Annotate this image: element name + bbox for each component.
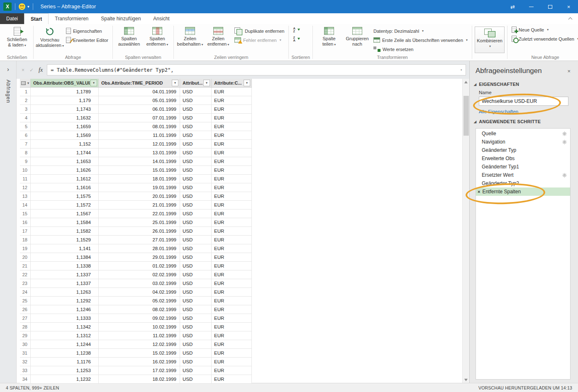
column-header[interactable]: Attribute:C...▾ [212, 79, 252, 88]
tab-file[interactable]: Datei [0, 13, 24, 24]
fx-icon[interactable]: fx [39, 67, 43, 73]
row-number[interactable]: 5 [20, 122, 31, 131]
row-number[interactable]: 15 [20, 209, 31, 218]
grid-cell[interactable]: USD [180, 305, 212, 314]
grid-cell[interactable]: USD [180, 88, 212, 96]
grid-cell[interactable]: 1,152 [31, 140, 99, 149]
remove-columns-button[interactable]: Spalten entfernen▾ [144, 25, 171, 54]
grid-cell[interactable]: USD [180, 114, 212, 122]
grid-cell[interactable]: 04.01.1999 [99, 88, 180, 96]
grid-cell[interactable]: 28.01.1999 [99, 244, 180, 253]
use-first-row-as-headers-button[interactable]: Erste Zeile als Überschriften verwenden … [372, 36, 469, 44]
row-number[interactable]: 3 [20, 105, 31, 114]
grid-cell[interactable]: EUR [212, 183, 252, 192]
properties-section-header[interactable]: ◢ EIGENSCHAFTEN [470, 78, 578, 88]
grid-cell[interactable]: EUR [212, 244, 252, 253]
row-number[interactable]: 21 [20, 262, 31, 270]
new-source-button[interactable]: Neue Quelle ▾ [510, 25, 550, 34]
split-column-button[interactable]: Spalte teilen▾ [315, 25, 343, 54]
grid-cell[interactable]: EUR [212, 218, 252, 227]
grid-cell[interactable]: 21.01.1999 [99, 201, 180, 209]
replace-values-button[interactable]: Werte ersetzen [372, 45, 469, 54]
grid-cell[interactable]: 25.01.1999 [99, 218, 180, 227]
row-number[interactable]: 29 [20, 331, 31, 340]
row-number[interactable]: 23 [20, 279, 31, 288]
grid-cell[interactable]: 06.01.1999 [99, 105, 180, 114]
grid-cell[interactable]: USD [180, 149, 212, 157]
group-by-button[interactable]: Gruppieren nach [344, 25, 371, 54]
grid-cell[interactable]: USD [180, 192, 212, 201]
grid-cell[interactable]: USD [180, 227, 212, 236]
grid-cell[interactable]: USD [180, 166, 212, 175]
column-header[interactable]: Attribut...▾ [180, 79, 212, 88]
sort-ascending-button[interactable]: AZ [291, 25, 301, 34]
row-number[interactable]: 8 [20, 149, 31, 157]
row-number[interactable]: 7 [20, 140, 31, 149]
row-number[interactable]: 16 [20, 218, 31, 227]
grid-cell[interactable]: EUR [212, 297, 252, 305]
grid-cell[interactable]: 1,1292 [31, 297, 99, 305]
grid-cell[interactable]: 01.02.1999 [99, 262, 180, 270]
grid-cell[interactable]: 14.01.1999 [99, 157, 180, 166]
grid-cell[interactable]: 15.02.1999 [99, 349, 180, 358]
row-number[interactable]: 4 [20, 114, 31, 122]
maximize-button[interactable] [541, 0, 559, 13]
grid-cell[interactable]: 1,1337 [31, 270, 99, 279]
filter-button[interactable]: ▾ [172, 80, 178, 86]
applied-step[interactable]: Geänderter Typ2 [476, 179, 570, 187]
grid-cell[interactable]: USD [180, 244, 212, 253]
remove-rows-button[interactable]: Zeilen entfernen▾ [205, 25, 232, 54]
data-type-button[interactable]: Datentyp: Dezimalzahl ▾ [372, 27, 469, 35]
grid-cell[interactable]: USD [180, 314, 212, 323]
filter-button[interactable]: ▾ [244, 80, 250, 86]
row-number[interactable]: 31 [20, 349, 31, 358]
grid-cell[interactable]: EUR [212, 236, 252, 244]
remove-duplicates-button[interactable]: Duplikate entfernen [233, 27, 286, 35]
grid-cell[interactable]: USD [180, 323, 212, 331]
row-number[interactable]: 6 [20, 131, 31, 140]
grid-cell[interactable]: 09.02.1999 [99, 314, 180, 323]
grid-cell[interactable]: EUR [212, 253, 252, 262]
grid-cell[interactable]: 18.01.1999 [99, 175, 180, 183]
grid-cell[interactable]: 1,1333 [31, 314, 99, 323]
grid-cell[interactable]: 05.01.1999 [99, 96, 180, 105]
grid-cell[interactable]: EUR [212, 122, 252, 131]
dock-toggle-button[interactable]: ⇄ [503, 0, 522, 13]
grid-cell[interactable]: EUR [212, 166, 252, 175]
grid-cell[interactable]: USD [180, 157, 212, 166]
grid-cell[interactable]: 1,1569 [31, 131, 99, 140]
select-all-corner-button[interactable]: ▾ [20, 79, 31, 88]
applied-step[interactable]: Erweiterte Obs [476, 154, 570, 163]
row-number[interactable]: 9 [20, 157, 31, 166]
grid-cell[interactable]: USD [180, 140, 212, 149]
grid-cell[interactable]: 1,1743 [31, 105, 99, 114]
grid-cell[interactable]: USD [180, 105, 212, 114]
grid-cell[interactable]: EUR [212, 140, 252, 149]
grid-cell[interactable]: 11.01.1999 [99, 131, 180, 140]
close-panel-button[interactable]: × [566, 68, 572, 74]
filter-button[interactable]: ▾ [203, 80, 210, 86]
formula-accept-icon[interactable]: ✓ [29, 67, 34, 73]
tab-start[interactable]: Start [24, 13, 49, 24]
grid-cell[interactable]: 02.02.1999 [99, 270, 180, 279]
grid-cell[interactable]: 1,1572 [31, 201, 99, 209]
row-number[interactable]: 14 [20, 201, 31, 209]
grid-cell[interactable]: USD [180, 288, 212, 297]
grid-cell[interactable]: EUR [212, 288, 252, 297]
applied-step[interactable]: Geänderter Typ [476, 146, 570, 154]
advanced-editor-button[interactable]: Erweiterter Editor [64, 36, 110, 44]
row-number[interactable]: 10 [20, 166, 31, 175]
row-number[interactable]: 22 [20, 270, 31, 279]
grid-cell[interactable]: 18.02.1999 [99, 375, 180, 384]
tab-add-column[interactable]: Spalte hinzufügen [95, 13, 147, 24]
grid-cell[interactable]: 16.02.1999 [99, 358, 180, 366]
row-number[interactable]: 17 [20, 227, 31, 236]
row-number[interactable]: 27 [20, 314, 31, 323]
row-number[interactable]: 13 [20, 192, 31, 201]
grid-cell[interactable]: USD [180, 183, 212, 192]
grid-cell[interactable]: EUR [212, 114, 252, 122]
grid-cell[interactable]: USD [180, 253, 212, 262]
row-number[interactable]: 24 [20, 288, 31, 297]
delete-step-icon[interactable]: × [478, 189, 480, 194]
grid-cell[interactable]: 1,179 [31, 96, 99, 105]
